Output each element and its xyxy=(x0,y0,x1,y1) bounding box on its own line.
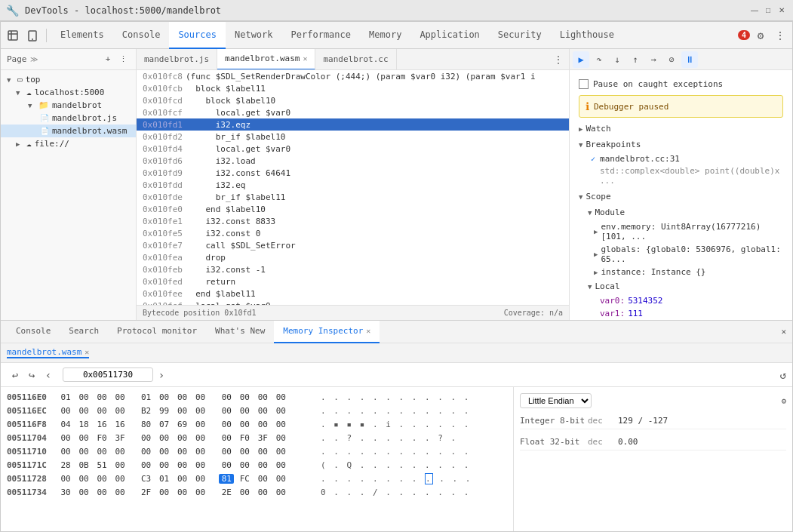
byte[interactable]: 00 xyxy=(255,460,270,470)
bottom-tab-console[interactable]: Console xyxy=(7,321,60,343)
byte[interactable]: 00 xyxy=(112,406,128,416)
byte[interactable]: 00 xyxy=(255,487,270,497)
mem-file-tab-wasm[interactable]: mandelbrot.wasm ✕ xyxy=(7,347,89,358)
step-button[interactable]: → xyxy=(645,51,662,68)
byte[interactable]: 00 xyxy=(273,487,288,497)
byte[interactable]: 00 xyxy=(219,433,234,443)
byte[interactable]: 69 xyxy=(175,420,190,429)
byte[interactable]: 00 xyxy=(255,392,270,402)
byte[interactable]: 00 xyxy=(58,474,73,484)
bottom-tab-memory[interactable]: Memory Inspector ✕ xyxy=(274,321,380,343)
tree-item-mandelbrot[interactable]: ▼ 📁 mandelbrot xyxy=(1,99,136,112)
tree-item-wasm[interactable]: 📄 mandelbrot.wasm xyxy=(1,125,136,137)
byte[interactable]: 51 xyxy=(94,460,109,470)
byte[interactable]: 00 xyxy=(139,447,154,457)
file-tab-cc[interactable]: mandelbrot.cc xyxy=(315,49,396,70)
breakpoints-section-header[interactable]: ▼ Breakpoints xyxy=(573,137,789,152)
tab-application[interactable]: Application xyxy=(410,22,488,49)
bottom-panel-close[interactable]: ✕ xyxy=(781,327,792,337)
byte[interactable]: 2F xyxy=(139,487,154,497)
history-back-btn[interactable]: ↩ xyxy=(7,367,23,383)
byte[interactable]: 04 xyxy=(58,420,73,429)
byte[interactable]: 00 xyxy=(193,447,208,457)
sidebar-more[interactable]: ≫ xyxy=(30,55,38,63)
byte[interactable]: 18 xyxy=(76,420,91,429)
byte[interactable]: 00 xyxy=(94,487,109,497)
byte[interactable]: 00 xyxy=(193,420,208,429)
byte[interactable]: 07 xyxy=(157,420,172,429)
info-settings-icon[interactable]: ⚙ xyxy=(781,396,786,406)
byte[interactable]: 00 xyxy=(237,392,252,402)
byte[interactable]: 16 xyxy=(112,420,128,429)
byte[interactable]: 00 xyxy=(157,433,172,443)
deactivate-button[interactable]: ⊘ xyxy=(663,51,680,68)
byte[interactable]: 00 xyxy=(237,420,252,429)
byte[interactable]: B2 xyxy=(139,406,154,416)
tab-console[interactable]: Console xyxy=(113,22,170,49)
byte[interactable]: 00 xyxy=(193,460,208,470)
byte[interactable]: 01 xyxy=(139,392,154,402)
byte[interactable]: 00 xyxy=(255,447,270,457)
sidebar-add-icon[interactable]: + xyxy=(101,53,115,66)
step-over-button[interactable]: ↷ xyxy=(591,51,607,68)
byte[interactable]: 00 xyxy=(175,392,190,402)
byte[interactable]: 00 xyxy=(112,447,128,457)
byte[interactable]: 00 xyxy=(237,460,252,470)
tree-item-localhost[interactable]: ▼ ☁ localhost:5000 xyxy=(1,86,136,99)
watch-section-header[interactable]: ▶ Watch xyxy=(573,121,789,137)
byte[interactable]: 00 xyxy=(112,474,128,484)
byte[interactable]: 3F xyxy=(112,433,128,443)
byte[interactable]: 00 xyxy=(175,460,190,470)
byte[interactable]: 30 xyxy=(58,487,73,497)
addr-prev-btn[interactable]: ‹ xyxy=(40,367,57,383)
refresh-btn[interactable]: ↺ xyxy=(780,369,786,381)
byte[interactable]: 00 xyxy=(273,433,288,443)
byte[interactable]: 00 xyxy=(193,406,208,416)
tab-sources[interactable]: Sources xyxy=(169,22,226,49)
byte[interactable]: 00 xyxy=(76,433,91,443)
tab-lighthouse[interactable]: Lighthouse xyxy=(551,22,623,49)
byte[interactable]: 00 xyxy=(219,460,234,470)
history-fwd-btn[interactable]: ↪ xyxy=(23,367,40,383)
byte[interactable]: 00 xyxy=(157,447,172,457)
byte[interactable]: 00 xyxy=(273,392,288,402)
module-env-memory[interactable]: ▶ env.memory: Uint8Array(16777216) [101,… xyxy=(573,220,789,243)
byte[interactable]: 99 xyxy=(157,406,172,416)
byte[interactable]: 00 xyxy=(94,392,109,402)
byte[interactable]: 00 xyxy=(58,433,73,443)
bottom-tab-protocol[interactable]: Protocol monitor xyxy=(108,321,206,343)
local-section-header[interactable]: ▼ Local xyxy=(573,278,789,294)
selected-byte[interactable]: 81 xyxy=(219,474,234,484)
byte[interactable]: 00 xyxy=(76,406,91,416)
close-button[interactable]: ✕ xyxy=(776,5,787,16)
byte[interactable]: 00 xyxy=(76,392,91,402)
resume-button[interactable]: ▶ xyxy=(573,51,589,68)
byte[interactable]: 00 xyxy=(157,392,172,402)
byte[interactable]: 00 xyxy=(273,447,288,457)
module-instance[interactable]: ▶ instance: Instance {} xyxy=(573,266,789,278)
byte[interactable]: 00 xyxy=(76,474,91,484)
byte[interactable]: 00 xyxy=(193,433,208,443)
module-globals[interactable]: ▶ globals: {global0: 5306976, global1: 6… xyxy=(573,243,789,266)
byte[interactable]: 00 xyxy=(193,487,208,497)
byte[interactable]: 00 xyxy=(94,406,109,416)
byte[interactable]: 00 xyxy=(94,474,109,484)
bottom-tab-search[interactable]: Search xyxy=(60,321,108,343)
byte[interactable]: 00 xyxy=(175,474,190,484)
byte[interactable]: 00 xyxy=(175,433,190,443)
tree-item-top[interactable]: ▼ ▭ top xyxy=(1,73,136,86)
byte[interactable]: 00 xyxy=(58,447,73,457)
byte[interactable]: 00 xyxy=(58,406,73,416)
byte[interactable]: 00 xyxy=(112,392,128,402)
byte[interactable]: 00 xyxy=(175,406,190,416)
dont-pause-button[interactable]: ⏸ xyxy=(681,51,698,68)
byte[interactable]: 00 xyxy=(157,487,172,497)
byte[interactable]: 00 xyxy=(273,420,288,429)
byte[interactable]: 00 xyxy=(112,487,128,497)
settings-icon[interactable]: ⚙ xyxy=(752,26,770,45)
byte[interactable]: 00 xyxy=(219,406,234,416)
tab-elements[interactable]: Elements xyxy=(51,22,113,49)
byte[interactable]: 00 xyxy=(76,447,91,457)
bottom-tab-whatsnew[interactable]: What's New xyxy=(206,321,274,343)
byte[interactable]: 80 xyxy=(139,420,154,429)
